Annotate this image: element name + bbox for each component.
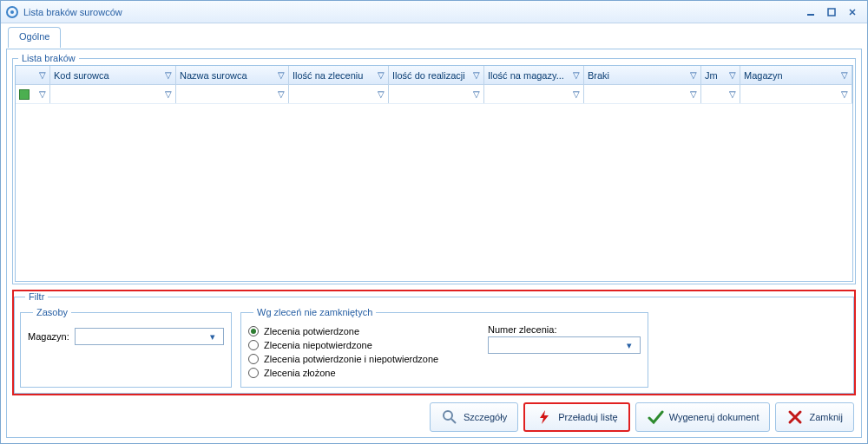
- maximize-button[interactable]: [822, 5, 841, 19]
- filter-group: Filtr Zasoby Magazyn: ▾ Wg zleceń nie za…: [14, 291, 854, 394]
- radio-icon: [248, 368, 259, 378]
- radio-confirmed[interactable]: Zlecenia potwierdzone: [248, 326, 474, 336]
- filter-highlight: Filtr Zasoby Magazyn: ▾ Wg zleceń nie za…: [12, 290, 856, 395]
- filter-icon[interactable]: ▽: [378, 89, 385, 99]
- details-button[interactable]: Szczegóły: [430, 402, 518, 432]
- grid-filter-row: ▽ ▽ ▽ ▽ ▽ ▽ ▽ ▽ ▽: [16, 85, 852, 104]
- resources-legend: Zasoby: [33, 307, 71, 317]
- grid-filter-ilosc-real[interactable]: ▽: [389, 85, 484, 103]
- grid-body: [16, 104, 852, 281]
- warehouse-combo[interactable]: ▾: [75, 328, 224, 345]
- minimize-button[interactable]: [801, 5, 820, 19]
- magnifier-icon: [441, 408, 458, 426]
- chevron-down-icon: ▾: [622, 340, 636, 351]
- tab-general[interactable]: Ogólne: [8, 27, 61, 48]
- filter-icon[interactable]: ▽: [378, 70, 385, 80]
- svg-point-4: [444, 411, 452, 420]
- grid-header-ilosc-mag[interactable]: Ilość na magazy...▽: [484, 66, 584, 84]
- grid-filter-kod[interactable]: ▽: [50, 85, 176, 103]
- svg-point-1: [10, 10, 14, 14]
- grid-filter-magazyn[interactable]: ▽: [740, 85, 852, 103]
- grid-header-magazyn[interactable]: Magazyn▽: [740, 66, 852, 84]
- filter-icon[interactable]: ▽: [729, 70, 736, 80]
- filter-icon[interactable]: ▽: [690, 89, 697, 99]
- grid-filter-nazwa[interactable]: ▽: [176, 85, 289, 103]
- shortage-list-legend: Lista braków: [18, 53, 79, 63]
- grid-filter-ilosc-mag[interactable]: ▽: [484, 85, 584, 103]
- grid-header-ilosc-zlec[interactable]: Ilość na zleceniu▽: [289, 66, 389, 84]
- radio-icon: [248, 354, 259, 364]
- grid-filter-braki[interactable]: ▽: [584, 85, 701, 103]
- reload-button[interactable]: Przeładuj listę: [523, 402, 629, 432]
- filter-icon[interactable]: ▽: [573, 70, 580, 80]
- checkbox-icon[interactable]: [19, 89, 30, 100]
- shortage-list-group: Lista braków ▽ Kod surowca▽ Nazwa surowc…: [12, 53, 856, 284]
- app-icon: [6, 6, 18, 18]
- filter-legend: Filtr: [25, 291, 48, 302]
- filter-icon[interactable]: ▽: [278, 89, 285, 99]
- grid-header-selector[interactable]: ▽: [16, 66, 50, 84]
- grid-header-kod[interactable]: Kod surowca▽: [50, 66, 176, 84]
- orders-group: Wg zleceń nie zamkniętych Zlecenia potwi…: [240, 307, 648, 388]
- generate-button[interactable]: Wygeneruj dokument: [635, 402, 771, 432]
- resources-group: Zasoby Magazyn: ▾: [20, 307, 232, 388]
- filter-icon[interactable]: ▽: [473, 89, 480, 99]
- filter-icon[interactable]: ▽: [690, 70, 697, 80]
- window: Lista braków surowców Ogólne Lista brakó…: [0, 0, 868, 444]
- svg-rect-2: [807, 14, 814, 16]
- filter-icon[interactable]: ▽: [729, 89, 736, 99]
- radio-unconfirmed[interactable]: Zlecenia niepotwierdzone: [248, 340, 474, 350]
- grid-filter-jm[interactable]: ▽: [701, 85, 740, 103]
- grid-header-braki[interactable]: Braki▽: [584, 66, 701, 84]
- order-number-label: Numer zlecenia:: [488, 324, 556, 335]
- check-icon: [647, 408, 664, 426]
- close-window-button[interactable]: [843, 5, 862, 19]
- radio-icon: [248, 326, 259, 336]
- filter-icon[interactable]: ▽: [841, 70, 848, 80]
- radio-icon: [248, 340, 259, 350]
- chevron-down-icon: ▾: [206, 331, 220, 343]
- warehouse-label: Magazyn:: [28, 331, 69, 342]
- filter-icon[interactable]: ▽: [165, 89, 172, 99]
- radio-both[interactable]: Zlecenia potwierdzonie i niepotwierdzone: [248, 354, 474, 364]
- tab-strip: Ogólne: [6, 27, 862, 48]
- filter-icon[interactable]: ▽: [165, 70, 172, 80]
- grid-header-nazwa[interactable]: Nazwa surowca▽: [176, 66, 289, 84]
- lightning-icon: [536, 408, 553, 426]
- grid-header-jm[interactable]: Jm▽: [701, 66, 740, 84]
- grid-header-ilosc-real[interactable]: Ilość do realizacji▽: [389, 66, 484, 84]
- window-title: Lista braków surowców: [23, 7, 799, 17]
- client-area: Ogólne Lista braków ▽ Kod surowca▽ Nazwa…: [1, 23, 867, 443]
- filter-icon[interactable]: ▽: [841, 89, 848, 99]
- order-number-combo[interactable]: ▾: [488, 336, 641, 354]
- filter-icon[interactable]: ▽: [39, 70, 46, 80]
- button-bar: Szczegóły Przeładuj listę Wygeneruj doku…: [7, 397, 861, 437]
- tab-content: Lista braków ▽ Kod surowca▽ Nazwa surowc…: [6, 49, 862, 438]
- grid-filter-ilosc-zlec[interactable]: ▽: [289, 85, 389, 103]
- grid-header-row: ▽ Kod surowca▽ Nazwa surowca▽ Ilość na z…: [16, 66, 852, 85]
- close-icon: [786, 408, 804, 426]
- filter-icon[interactable]: ▽: [473, 70, 480, 80]
- filter-icon[interactable]: ▽: [573, 89, 580, 99]
- filter-icon[interactable]: ▽: [39, 89, 46, 99]
- svg-rect-3: [828, 9, 835, 16]
- titlebar: Lista braków surowców: [1, 1, 867, 23]
- filter-icon[interactable]: ▽: [278, 70, 285, 80]
- radio-submitted[interactable]: Zlecenia złożone: [248, 368, 474, 378]
- orders-legend: Wg zleceń nie zamkniętych: [253, 307, 376, 317]
- shortage-grid: ▽ Kod surowca▽ Nazwa surowca▽ Ilość na z…: [15, 65, 853, 282]
- grid-filter-selector[interactable]: ▽: [16, 85, 50, 103]
- close-button[interactable]: Zamknij: [775, 402, 854, 432]
